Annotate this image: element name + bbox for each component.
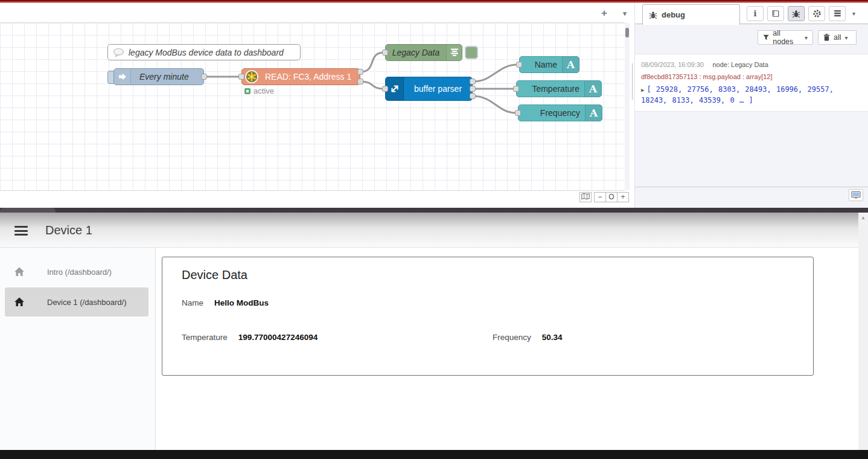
expand-triangle-icon[interactable]: ▶	[641, 87, 644, 93]
zoom-in-button[interactable]: +	[617, 192, 629, 202]
clear-messages-button[interactable]: all ▾	[818, 30, 857, 45]
ui-text-temperature-label: Temperature	[517, 84, 584, 94]
inject-node[interactable]: Every minute	[113, 68, 204, 85]
dashboard-scrollbar[interactable]: ▲	[858, 213, 868, 450]
modbus-status: active	[244, 86, 274, 95]
bug-icon	[792, 10, 800, 18]
open-debug-window-button[interactable]	[849, 189, 863, 201]
device-data-card: Device Data Name Hello ModBus Temperatur…	[162, 257, 814, 376]
debug-message-node: node: Legacy Data	[712, 61, 768, 68]
ui-text-frequency-label: Frequency	[519, 108, 585, 118]
scrollbar-thumb[interactable]	[625, 28, 629, 37]
workspace-tabbar: + ▾	[0, 3, 625, 23]
debug-node-label: Legacy Data	[386, 48, 446, 57]
buffer-parser-node[interactable]: buffer parser	[385, 77, 473, 101]
zoom-reset-button[interactable]: O	[605, 192, 617, 202]
config-tab-button[interactable]	[808, 6, 825, 21]
field-temperature: Temperature 199.77000427246094	[182, 333, 318, 342]
debug-sidebar: debug i	[635, 3, 868, 208]
navigator-map-button[interactable]	[579, 192, 592, 202]
modbus-input-port[interactable]	[238, 74, 244, 80]
sidebar-menu-caret-icon[interactable]: ▾	[852, 10, 855, 17]
splitter-grip	[632, 63, 633, 100]
debug-message[interactable]: 08/09/2023, 16:09:30 node: Legacy Data d…	[635, 54, 868, 112]
text-widget-a-icon: A	[562, 57, 579, 72]
flow-canvas[interactable]: legacy ModBus device data to dashboard E…	[0, 23, 625, 190]
text-widget-a-icon: A	[584, 81, 601, 97]
scroll-up-arrow-icon[interactable]: ▲	[858, 215, 868, 220]
wire[interactable]	[473, 65, 518, 82]
ui-text-node-frequency[interactable]: Frequency A	[518, 104, 602, 121]
buffer-parser-output-port-2[interactable]	[470, 86, 476, 92]
clear-messages-label: all	[834, 33, 841, 42]
debug-message-timestamp: 08/09/2023, 16:09:30	[641, 61, 704, 68]
debug-enable-toggle[interactable]	[465, 46, 478, 59]
ui-text-node-name[interactable]: Name A	[519, 56, 579, 73]
debug-tab-button[interactable]	[788, 6, 805, 21]
wire[interactable]	[360, 53, 384, 72]
home-icon	[13, 267, 25, 277]
debug-node[interactable]: Legacy Data	[385, 44, 462, 61]
field-value: Hello ModBus	[214, 298, 269, 307]
field-value: 50.34	[542, 333, 563, 342]
database-icon	[834, 10, 841, 18]
wire[interactable]	[360, 82, 384, 89]
field-frequency: Frequency 50.34	[493, 333, 563, 342]
gear-icon	[812, 9, 822, 18]
debug-message-path: df8ecbd817357113 : msg.payload : array[1…	[641, 73, 862, 80]
nav-item-device-1[interactable]: Device 1 (/dashboard/)	[5, 287, 148, 316]
debug-input-port[interactable]	[382, 50, 388, 56]
field-label: Frequency	[493, 333, 531, 342]
buffer-parser-output-port-1[interactable]	[470, 79, 476, 85]
funnel-icon	[763, 34, 769, 40]
ui-name-input-port[interactable]	[516, 62, 522, 68]
text-widget-a-icon: A	[585, 105, 602, 121]
field-name: Name Hello ModBus	[182, 298, 269, 307]
card-title: Device Data	[182, 268, 247, 282]
buffer-parser-input-port[interactable]	[382, 86, 388, 92]
help-tab-button[interactable]	[767, 6, 784, 21]
tab-debug[interactable]: debug	[642, 4, 740, 25]
modbus-read-node[interactable]: READ: FC3, Address 1	[241, 68, 360, 85]
zoom-out-button[interactable]: −	[594, 192, 606, 202]
dashboard-window: Device 1 Intro (/dashboard/) Device 1 (/…	[0, 213, 868, 450]
trash-icon	[823, 34, 830, 41]
canvas-vertical-scrollbar[interactable]	[625, 23, 630, 190]
context-tab-button[interactable]	[829, 6, 846, 21]
debug-filter-bar: all nodes ▾ all ▾	[635, 28, 868, 46]
inject-output-port[interactable]	[201, 74, 207, 80]
book-icon	[771, 10, 780, 18]
info-tab-button[interactable]: i	[747, 6, 764, 21]
ui-frequency-input-port[interactable]	[515, 110, 521, 116]
browser-window-edge	[0, 208, 868, 213]
nav-item-intro[interactable]: Intro (/dashboard/)	[5, 257, 148, 286]
chevron-down-icon: ▾	[845, 34, 848, 41]
add-flow-button[interactable]: +	[596, 7, 612, 19]
modbus-output-port-1[interactable]	[357, 69, 363, 75]
ui-text-node-temperature[interactable]: Temperature A	[516, 80, 602, 97]
debug-message-payload: [ 25928, 27756, 8303, 28493, 16996, 2955…	[641, 85, 834, 104]
bug-icon	[649, 11, 657, 19]
field-value: 199.77000427246094	[238, 333, 318, 342]
comment-node[interactable]: legacy ModBus device data to dashboard	[107, 44, 301, 60]
modbus-output-port-2[interactable]	[357, 79, 363, 85]
filter-nodes-label: all nodes	[773, 29, 801, 46]
bottom-black-bar	[0, 450, 868, 459]
info-icon: i	[754, 9, 757, 18]
comment-node-label: legacy ModBus device data to dashboard	[129, 48, 284, 57]
map-icon	[581, 193, 590, 200]
home-icon	[13, 297, 25, 307]
browser-tab-sliver	[0, 208, 56, 213]
sidebar-splitter[interactable]	[630, 3, 635, 208]
dashboard-main: Device Data Name Hello ModBus Temperatur…	[156, 248, 858, 450]
filter-nodes-button[interactable]: all nodes ▾	[758, 30, 813, 45]
menu-hamburger-icon[interactable]	[14, 226, 28, 238]
nav-item-label: Device 1 (/dashboard/)	[47, 298, 127, 307]
chevron-down-icon: ▾	[805, 34, 808, 41]
status-green-icon	[244, 88, 251, 94]
dashboard-nav-sidebar: Intro (/dashboard/) Device 1 (/dashboard…	[0, 248, 156, 450]
ui-temperature-input-port[interactable]	[513, 86, 519, 92]
buffer-parser-output-port-3[interactable]	[470, 93, 476, 99]
canvas-footer: − O +	[0, 190, 625, 203]
wire[interactable]	[473, 96, 517, 113]
